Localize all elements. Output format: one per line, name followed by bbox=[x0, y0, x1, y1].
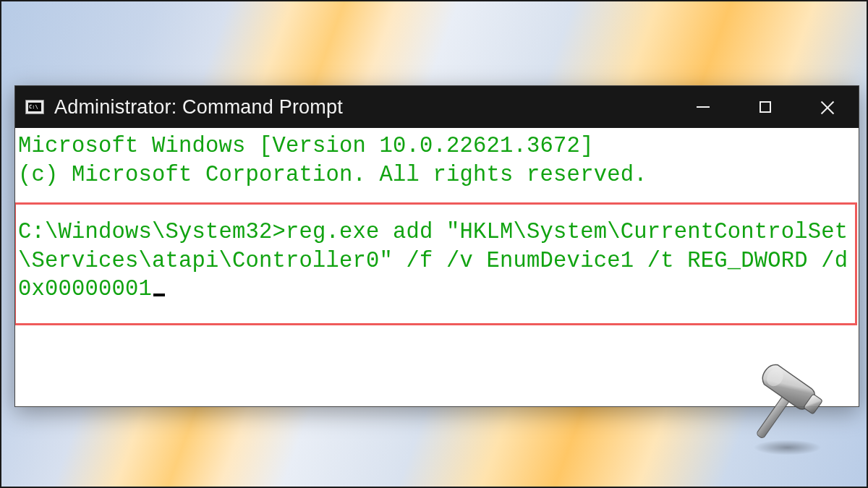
terminal-output: Microsoft Windows [Version 10.0.22621.36… bbox=[18, 132, 856, 304]
minimize-icon bbox=[697, 106, 710, 108]
titlebar[interactable]: Administrator: Command Prompt bbox=[15, 86, 859, 128]
svg-point-0 bbox=[754, 440, 821, 455]
text-cursor bbox=[153, 294, 165, 296]
copyright-line: (c) Microsoft Corporation. All rights re… bbox=[18, 163, 647, 187]
version-line: Microsoft Windows [Version 10.0.22621.36… bbox=[18, 134, 594, 158]
command-prompt-window: Administrator: Command Prompt Microsoft … bbox=[14, 85, 859, 407]
prompt-text: C:\Windows\System32> bbox=[18, 220, 286, 244]
window-controls bbox=[672, 86, 859, 128]
window-title: Administrator: Command Prompt bbox=[54, 96, 343, 119]
minimize-button[interactable] bbox=[672, 86, 734, 128]
cmd-icon bbox=[25, 100, 44, 114]
terminal-area[interactable]: Microsoft Windows [Version 10.0.22621.36… bbox=[15, 128, 859, 406]
maximize-icon bbox=[760, 101, 771, 113]
maximize-button[interactable] bbox=[734, 86, 796, 128]
close-icon bbox=[820, 100, 835, 114]
close-button[interactable] bbox=[796, 86, 859, 128]
